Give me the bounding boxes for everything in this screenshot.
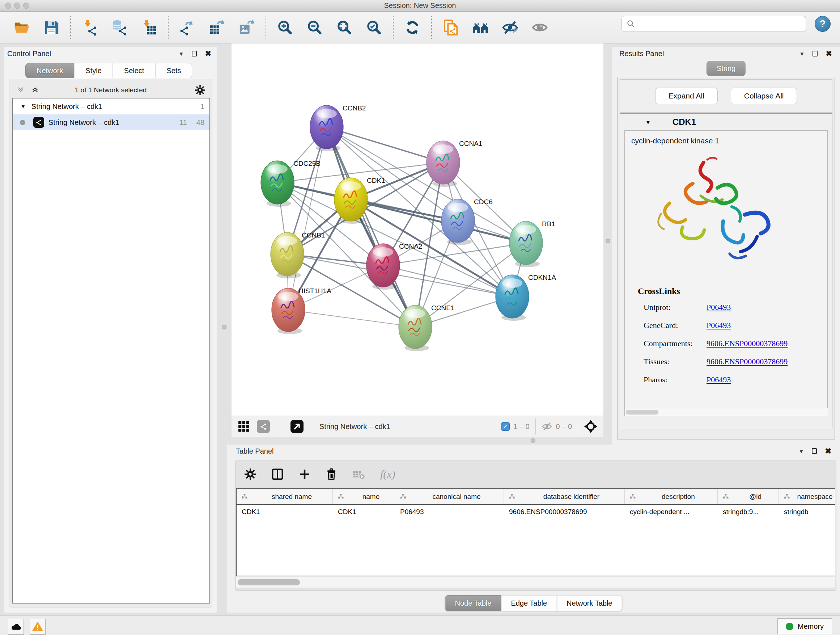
network-edge[interactable] — [327, 127, 415, 327]
crosslink-link[interactable]: 9606.ENSP00000378699 — [706, 339, 788, 348]
column-header-shared-name[interactable]: shared name — [237, 489, 333, 504]
create-column-icon[interactable] — [298, 468, 311, 480]
control-panel-collapse-icon[interactable]: ▼ — [179, 51, 184, 57]
export-image-button[interactable] — [237, 17, 256, 38]
network-node-ccne1[interactable] — [399, 305, 432, 351]
results-panel-title: Results Panel — [619, 50, 664, 58]
tab-node-table[interactable]: Node Table — [445, 595, 501, 611]
import-table-button[interactable] — [140, 17, 158, 38]
network-node-ccna2[interactable] — [366, 244, 400, 290]
network-node-ccnb2[interactable] — [310, 105, 343, 151]
node-label-rb1: RB1 — [542, 220, 555, 228]
column-header-namespace[interactable]: namespace — [779, 489, 835, 504]
network-node-cdc6[interactable] — [441, 199, 475, 245]
tab-style[interactable]: Style — [74, 63, 112, 78]
expand-all-networks-icon[interactable] — [16, 86, 25, 95]
string-tools-icon[interactable] — [257, 420, 270, 433]
network-node-cdk1[interactable] — [334, 178, 368, 224]
network-node-hist1h1a[interactable] — [272, 288, 305, 334]
export-network-button[interactable] — [178, 17, 197, 38]
table-hscrollbar[interactable] — [236, 577, 835, 587]
export-table-button[interactable] — [208, 17, 226, 38]
expand-all-button[interactable]: Expand All — [655, 88, 718, 104]
show-columns-icon[interactable] — [271, 468, 284, 481]
column-sort-icon — [241, 493, 248, 500]
network-view-canvas[interactable]: CCNB2CCNA1CDC25BCDK1CDC6RB1CCNB1CCNA2CDK… — [232, 43, 603, 416]
import-network-button[interactable] — [80, 17, 99, 38]
fit-selected-crosshair-icon[interactable] — [584, 420, 598, 433]
network-node-ccna1[interactable] — [426, 141, 460, 187]
column-header--id[interactable]: @id — [718, 489, 779, 504]
tab-network[interactable]: Network — [25, 63, 74, 78]
network-node-ccnb1[interactable] — [271, 233, 304, 279]
save-session-button[interactable] — [42, 17, 61, 38]
table-panel-collapse-icon[interactable]: ▼ — [799, 448, 804, 454]
results-hscrollbar[interactable] — [625, 408, 828, 416]
collapse-all-networks-icon[interactable] — [30, 86, 40, 95]
network-node-rb1[interactable] — [509, 221, 543, 267]
crosslink-link[interactable]: P06493 — [706, 375, 731, 385]
birds-eye-view-icon[interactable] — [237, 420, 250, 433]
crosslink-row: Uniprot:P06493 — [638, 302, 826, 312]
search-input[interactable] — [636, 20, 795, 28]
results-panel-collapse-icon[interactable]: ▼ — [799, 51, 805, 57]
network-edge[interactable] — [327, 127, 443, 163]
column-header-name[interactable]: name — [333, 489, 395, 504]
column-header-database-identifier[interactable]: database identifier — [504, 489, 625, 504]
table-hscroll-thumb[interactable] — [238, 579, 300, 585]
hide-selected-button[interactable] — [501, 17, 519, 38]
warnings-button[interactable] — [30, 619, 46, 635]
collection-expand-icon[interactable]: ▼ — [21, 103, 26, 109]
network-options-gear-icon[interactable] — [195, 85, 205, 96]
duplicate-network-button[interactable] — [441, 17, 460, 38]
column-header-description[interactable]: description — [625, 489, 718, 504]
help-button[interactable]: ? — [815, 16, 831, 32]
results-panel-float-icon[interactable] — [813, 51, 818, 57]
open-in-browser-icon[interactable] — [291, 420, 303, 433]
left-splitter-handle[interactable] — [222, 325, 226, 329]
tab-edge-table[interactable]: Edge Table — [501, 595, 557, 611]
network-node-cdkn1a[interactable] — [496, 275, 529, 321]
crosslink-link[interactable]: 9606.ENSP00000378699 — [706, 357, 788, 366]
cdk1-expand-icon[interactable]: ▼ — [645, 119, 651, 125]
refresh-network-button[interactable] — [403, 17, 422, 38]
right-splitter-handle[interactable] — [606, 239, 610, 243]
column-sort-icon — [629, 493, 636, 500]
network-row[interactable]: String Network – cdk1 11 48 — [13, 114, 210, 130]
automation-cloud-button[interactable] — [8, 619, 24, 635]
crosslink-link[interactable]: P06493 — [706, 302, 731, 312]
memory-button[interactable]: Memory — [777, 618, 832, 634]
show-all-button[interactable] — [531, 17, 549, 38]
control-panel-close-icon[interactable]: ✖ — [205, 49, 211, 58]
search-box[interactable] — [622, 16, 806, 32]
first-neighbors-button[interactable] — [471, 17, 490, 38]
table-row[interactable]: CDK1CDK1P064939606.ENSP00000378699cyclin… — [237, 505, 835, 521]
results-panel-close-icon[interactable]: ✖ — [826, 49, 832, 58]
column-header-canonical-name[interactable]: canonical name — [395, 489, 504, 504]
table-panel-close-icon[interactable]: ✖ — [825, 447, 831, 455]
network-edge[interactable] — [288, 127, 327, 310]
table-options-gear-icon[interactable] — [244, 468, 256, 480]
node-label-ccna2: CCNA2 — [399, 242, 422, 250]
network-edge[interactable] — [288, 310, 415, 327]
network-node-cdc25b[interactable] — [261, 161, 294, 207]
zoom-in-button[interactable] — [276, 17, 294, 38]
zoom-fit-button[interactable] — [335, 17, 354, 38]
network-collection-row[interactable]: ▼ String Network – cdk1 1 — [13, 98, 210, 114]
control-panel-float-icon[interactable] — [192, 51, 197, 57]
tab-string[interactable]: String — [706, 61, 745, 76]
tab-select[interactable]: Select — [113, 63, 156, 78]
bottom-splitter-handle[interactable] — [531, 439, 535, 443]
search-icon — [626, 19, 636, 29]
delete-column-trash-icon[interactable] — [325, 468, 338, 480]
tab-sets[interactable]: Sets — [155, 63, 192, 78]
import-network-from-database-button[interactable] — [110, 17, 129, 38]
crosslink-link[interactable]: P06493 — [706, 321, 731, 330]
open-session-button[interactable] — [12, 17, 31, 38]
tab-network-table[interactable]: Network Table — [557, 595, 622, 611]
zoom-out-button[interactable] — [305, 17, 324, 38]
selected-nodes-checkbox[interactable]: ✓ — [501, 422, 510, 431]
zoom-selected-button[interactable] — [365, 17, 384, 38]
collapse-all-button[interactable]: Collapse All — [731, 88, 797, 104]
table-panel-float-icon[interactable] — [812, 448, 817, 454]
